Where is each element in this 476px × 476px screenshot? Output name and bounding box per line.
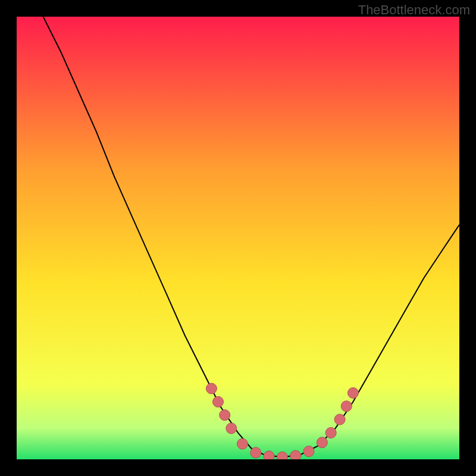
data-marker [226,423,237,434]
data-marker [334,414,345,425]
data-marker [303,446,314,457]
data-marker [341,401,352,412]
data-marker [264,451,274,459]
data-marker [325,427,336,438]
data-marker [213,396,224,407]
data-marker [220,410,230,421]
data-marker [290,450,301,459]
chart-svg [17,17,459,459]
data-marker [237,439,248,449]
data-marker [206,383,217,394]
data-marker [317,437,327,448]
data-marker [277,452,287,459]
chart-background-gradient [17,17,459,459]
data-marker [250,447,261,458]
watermark-text: TheBottleneck.com [358,2,470,18]
data-marker [347,387,358,398]
chart-plot-area [17,17,459,459]
